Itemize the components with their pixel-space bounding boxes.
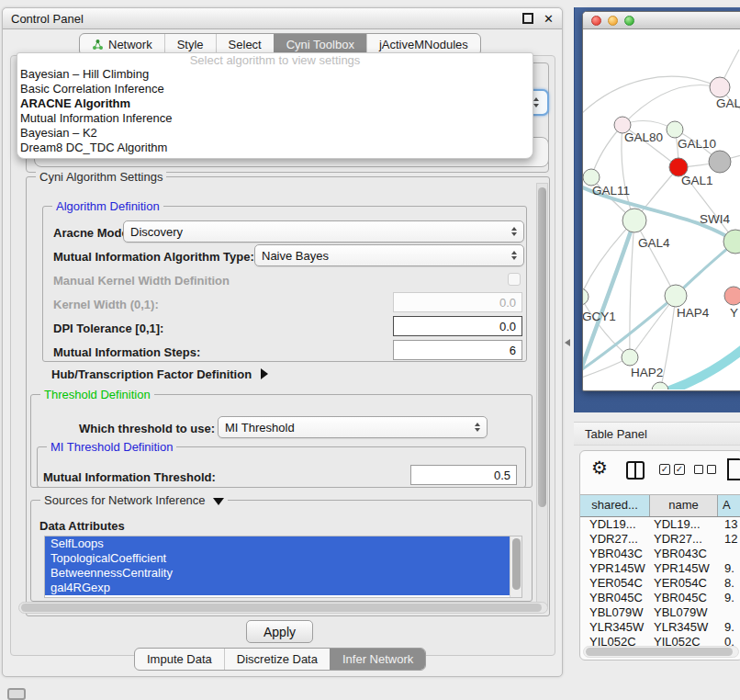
- gear-icon[interactable]: ⚙: [591, 458, 608, 477]
- manual-kernel-label: Manual Kernel Width Definition: [53, 274, 230, 288]
- settings-horizontal-scrollbar[interactable]: [18, 602, 548, 614]
- network-node-hap2[interactable]: [622, 349, 638, 366]
- tab-label: jActiveMNodules: [379, 38, 468, 51]
- network-window-titlebar[interactable]: [583, 12, 740, 29]
- table-panel-titlebar: Table Panel: [574, 422, 740, 446]
- cell: 8.: [718, 576, 740, 591]
- sources-toggle[interactable]: Sources for Network Inference: [40, 493, 228, 507]
- algorithm-definition-title: Algorithm Definition: [52, 199, 163, 213]
- columns-icon[interactable]: [626, 461, 645, 480]
- network-canvas[interactable]: GALGAL80GAL10GAL1GAL11GAL4SWI4GCY1HAP4YH…: [583, 29, 740, 390]
- table-row[interactable]: YBR043CYBR043C: [580, 547, 740, 561]
- deselect-checkbox-icon[interactable]: [694, 465, 703, 474]
- network-node[interactable]: [709, 151, 731, 173]
- expand-right-icon: [261, 368, 268, 379]
- algorithm-option-bayesian-k2[interactable]: Bayesian – K2: [17, 126, 533, 141]
- network-node-gal10[interactable]: [667, 121, 683, 138]
- scrollbar-thumb[interactable]: [21, 604, 542, 612]
- tab-label: Select: [229, 38, 262, 51]
- which-threshold-select[interactable]: MI Threshold: [218, 416, 488, 438]
- network-node-gal4[interactable]: [622, 209, 646, 232]
- select-all-checkbox-icon[interactable]: ✓: [659, 464, 670, 475]
- table-row[interactable]: YBL079WYBL079W: [580, 605, 740, 620]
- node-label-hap4: HAP4: [677, 306, 710, 320]
- column-header-1[interactable]: shared...: [580, 495, 650, 516]
- algorithm-option-dream8-dc-tdc-algorithm[interactable]: Dream8 DC_TDC Algorithm: [17, 141, 533, 155]
- attribute-item-gal4rgexp[interactable]: gal4RGexp: [45, 581, 510, 595]
- table-row[interactable]: YBR045CYBR045C9.: [580, 591, 740, 605]
- column-header-3[interactable]: A: [718, 495, 740, 516]
- table-row[interactable]: YLR345WYLR345W9.: [580, 620, 740, 635]
- minimize-window-icon[interactable]: [608, 16, 618, 26]
- table-row[interactable]: YPR145WYPR145W9.: [580, 561, 740, 576]
- arrow-up-icon: [533, 97, 539, 101]
- aracne-mode-select[interactable]: Discovery: [123, 220, 524, 243]
- attribute-rows: SelfLoopsTopologicalCoefficientBetweenne…: [45, 536, 510, 595]
- cell: YER054C: [650, 576, 718, 591]
- export-table-icon[interactable]: [727, 458, 740, 480]
- zoom-window-icon[interactable]: [624, 16, 634, 26]
- data-attributes-list[interactable]: SelfLoopsTopologicalCoefficientBetweenne…: [44, 536, 522, 598]
- algorithm-option-mutual-information-inference[interactable]: Mutual Information Inference: [17, 111, 533, 126]
- network-node[interactable]: [652, 382, 668, 390]
- algorithm-option-bayesian-hill-climbing[interactable]: Bayesian – Hill Climbing: [17, 67, 533, 82]
- node-label-gal80: GAL80: [624, 130, 663, 144]
- select-all-checkbox-icon[interactable]: ✓: [674, 464, 685, 475]
- cell: YPR145W: [650, 561, 718, 576]
- cell: YBL079W: [650, 605, 718, 620]
- mi-threshold-input[interactable]: [410, 465, 517, 485]
- network-node-gal[interactable]: [710, 77, 730, 97]
- network-view-window: GALGAL80GAL10GAL1GAL11GAL4SWI4GCY1HAP4YH…: [582, 11, 740, 391]
- deselect-checkbox-icon[interactable]: [707, 465, 716, 474]
- cell: YBR043C: [650, 547, 718, 561]
- cell: YDL19...: [650, 517, 718, 532]
- network-node-gcy1[interactable]: [583, 288, 589, 305]
- hub-definition-toggle[interactable]: Hub/Transcription Factor Definition: [51, 367, 268, 381]
- combo-arrows-icon: [511, 227, 517, 236]
- mi-steps-input[interactable]: [393, 340, 522, 360]
- attribute-item-selfloops[interactable]: SelfLoops: [45, 536, 510, 551]
- tab-infer-network[interactable]: Infer Network: [330, 649, 425, 670]
- table-horizontal-scrollbar[interactable]: [583, 646, 739, 658]
- table-panel-title: Table Panel: [585, 427, 647, 441]
- network-node-y[interactable]: [724, 287, 740, 305]
- node-label-gal10: GAL10: [678, 137, 716, 151]
- algorithm-option-aracne-algorithm[interactable]: ARACNE Algorithm: [17, 96, 533, 111]
- node-label-hap2: HAP2: [631, 366, 663, 379]
- column-header-2[interactable]: name: [650, 495, 718, 516]
- table-row[interactable]: YER054CYER054C8.: [580, 576, 740, 591]
- scrollbar-thumb[interactable]: [586, 648, 733, 656]
- panel-title: Control Panel: [11, 12, 522, 26]
- node-label-gal1: GAL1: [681, 174, 713, 187]
- kernel-width-input[interactable]: [393, 292, 522, 312]
- cell: [718, 547, 740, 561]
- table-row[interactable]: YDR27...YDR27...12: [580, 532, 740, 547]
- tab-impute-data[interactable]: Impute Data: [135, 649, 224, 670]
- apply-button[interactable]: Apply: [246, 620, 313, 643]
- table-row[interactable]: YDL19...YDL19...13: [580, 517, 740, 532]
- dpi-tolerance-input[interactable]: [393, 316, 522, 336]
- close-panel-icon[interactable]: ✕: [544, 13, 554, 25]
- attribute-item-betweennesscentrality[interactable]: BetweennessCentrality: [45, 566, 510, 581]
- tab-discretize-data[interactable]: Discretize Data: [224, 649, 330, 670]
- node-label-swi4: SWI4: [700, 212, 730, 226]
- scrollbar-thumb[interactable]: [538, 187, 546, 507]
- network-node-hap4[interactable]: [665, 285, 687, 307]
- close-window-icon[interactable]: [591, 16, 601, 26]
- settings-vertical-scrollbar[interactable]: [536, 183, 548, 607]
- cell: YDR27...: [580, 532, 650, 547]
- mi-type-select[interactable]: Naive Bayes: [254, 244, 524, 266]
- manual-kernel-checkbox[interactable]: [508, 273, 521, 286]
- cell: 13: [718, 517, 740, 532]
- attribute-item-topologicalcoefficient[interactable]: TopologicalCoefficient: [45, 551, 510, 566]
- algorithm-dropdown-list: Select algorithm to view settings Bayesi…: [17, 52, 533, 159]
- collapsed-panel-icon[interactable]: [7, 688, 26, 700]
- cell: 9.: [718, 620, 740, 635]
- algorithm-option-basic-correlation-inference[interactable]: Basic Correlation Inference: [17, 82, 533, 96]
- splitter-collapse-icon[interactable]: [565, 339, 570, 346]
- scrollbar-thumb[interactable]: [512, 538, 521, 590]
- float-panel-icon[interactable]: [522, 13, 533, 24]
- dpi-tolerance-label: DPI Tolerance [0,1]:: [53, 322, 163, 335]
- bottom-tab-bar: Impute DataDiscretize DataInfer Network: [134, 648, 426, 671]
- list-scrollbar[interactable]: [510, 536, 521, 597]
